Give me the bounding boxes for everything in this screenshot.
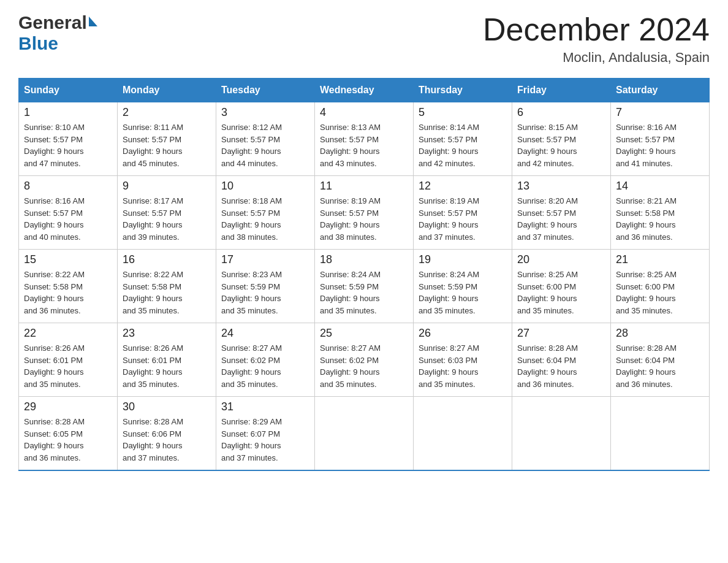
calendar-cell: 19Sunrise: 8:24 AM Sunset: 5:59 PM Dayli… [414,250,512,323]
calendar-cell [512,397,611,471]
day-number: 11 [320,180,408,193]
day-info: Sunrise: 8:11 AM Sunset: 5:57 PM Dayligh… [123,121,211,169]
day-number: 13 [517,180,605,193]
day-info: Sunrise: 8:28 AM Sunset: 6:04 PM Dayligh… [616,342,704,390]
day-number: 18 [320,253,408,266]
calendar-cell: 7Sunrise: 8:16 AM Sunset: 5:57 PM Daylig… [611,102,710,176]
logo-line2: Blue [18,33,58,54]
day-number: 4 [320,106,408,119]
day-info: Sunrise: 8:28 AM Sunset: 6:06 PM Dayligh… [123,416,211,464]
calendar-cell: 13Sunrise: 8:20 AM Sunset: 5:57 PM Dayli… [512,176,611,250]
calendar-cell: 31Sunrise: 8:29 AM Sunset: 6:07 PM Dayli… [216,397,315,471]
day-info: Sunrise: 8:17 AM Sunset: 5:57 PM Dayligh… [123,195,211,243]
day-info: Sunrise: 8:26 AM Sunset: 6:01 PM Dayligh… [123,342,211,390]
day-info: Sunrise: 8:28 AM Sunset: 6:04 PM Dayligh… [517,342,605,390]
calendar-cell [414,397,512,471]
day-info: Sunrise: 8:22 AM Sunset: 5:58 PM Dayligh… [24,269,112,316]
day-info: Sunrise: 8:13 AM Sunset: 5:57 PM Dayligh… [320,121,408,169]
calendar-cell: 25Sunrise: 8:27 AM Sunset: 6:02 PM Dayli… [315,323,414,397]
calendar-cell: 27Sunrise: 8:28 AM Sunset: 6:04 PM Dayli… [512,323,611,397]
header-friday: Friday [512,79,611,102]
header-sunday: Sunday [19,79,118,102]
day-number: 9 [123,180,211,193]
calendar-cell: 17Sunrise: 8:23 AM Sunset: 5:59 PM Dayli… [216,250,315,323]
calendar-week-row: 15Sunrise: 8:22 AM Sunset: 5:58 PM Dayli… [19,250,710,323]
day-info: Sunrise: 8:25 AM Sunset: 6:00 PM Dayligh… [517,269,605,316]
day-info: Sunrise: 8:16 AM Sunset: 5:57 PM Dayligh… [616,121,704,169]
logo-arrow-icon [89,17,97,26]
calendar-cell: 11Sunrise: 8:19 AM Sunset: 5:57 PM Dayli… [315,176,414,250]
day-number: 25 [320,327,408,340]
calendar-cell: 6Sunrise: 8:15 AM Sunset: 5:57 PM Daylig… [512,102,611,176]
day-number: 5 [419,106,507,119]
calendar-cell: 8Sunrise: 8:16 AM Sunset: 5:57 PM Daylig… [19,176,118,250]
calendar-cell: 20Sunrise: 8:25 AM Sunset: 6:00 PM Dayli… [512,250,611,323]
header-wednesday: Wednesday [315,79,414,102]
day-number: 27 [517,327,605,340]
day-info: Sunrise: 8:19 AM Sunset: 5:57 PM Dayligh… [419,195,507,243]
day-info: Sunrise: 8:18 AM Sunset: 5:57 PM Dayligh… [221,195,309,243]
calendar-cell: 22Sunrise: 8:26 AM Sunset: 6:01 PM Dayli… [19,323,118,397]
page-header: General Blue December 2024 Moclin, Andal… [18,12,710,66]
day-number: 28 [616,327,704,340]
calendar-cell: 23Sunrise: 8:26 AM Sunset: 6:01 PM Dayli… [118,323,216,397]
day-number: 31 [221,400,309,413]
day-number: 26 [419,327,507,340]
day-info: Sunrise: 8:27 AM Sunset: 6:02 PM Dayligh… [221,342,309,390]
day-number: 7 [616,106,704,119]
day-number: 14 [616,180,704,193]
calendar-table: Sunday Monday Tuesday Wednesday Thursday… [18,78,710,471]
calendar-cell: 24Sunrise: 8:27 AM Sunset: 6:02 PM Dayli… [216,323,315,397]
day-info: Sunrise: 8:19 AM Sunset: 5:57 PM Dayligh… [320,195,408,243]
calendar-week-row: 22Sunrise: 8:26 AM Sunset: 6:01 PM Dayli… [19,323,710,397]
header-thursday: Thursday [414,79,512,102]
day-info: Sunrise: 8:22 AM Sunset: 5:58 PM Dayligh… [123,269,211,316]
logo-line1: General [18,12,97,33]
calendar-cell: 1Sunrise: 8:10 AM Sunset: 5:57 PM Daylig… [19,102,118,176]
calendar-week-row: 1Sunrise: 8:10 AM Sunset: 5:57 PM Daylig… [19,102,710,176]
day-info: Sunrise: 8:20 AM Sunset: 5:57 PM Dayligh… [517,195,605,243]
day-info: Sunrise: 8:21 AM Sunset: 5:58 PM Dayligh… [616,195,704,243]
calendar-cell: 9Sunrise: 8:17 AM Sunset: 5:57 PM Daylig… [118,176,216,250]
calendar-cell: 3Sunrise: 8:12 AM Sunset: 5:57 PM Daylig… [216,102,315,176]
calendar-cell: 21Sunrise: 8:25 AM Sunset: 6:00 PM Dayli… [611,250,710,323]
main-title: December 2024 [483,12,710,47]
calendar-header-row: Sunday Monday Tuesday Wednesday Thursday… [19,79,710,102]
header-tuesday: Tuesday [216,79,315,102]
day-info: Sunrise: 8:26 AM Sunset: 6:01 PM Dayligh… [24,342,112,390]
day-number: 20 [517,253,605,266]
day-number: 10 [221,180,309,193]
day-number: 19 [419,253,507,266]
calendar-cell: 18Sunrise: 8:24 AM Sunset: 5:59 PM Dayli… [315,250,414,323]
day-number: 6 [517,106,605,119]
calendar-week-row: 8Sunrise: 8:16 AM Sunset: 5:57 PM Daylig… [19,176,710,250]
calendar-cell: 15Sunrise: 8:22 AM Sunset: 5:58 PM Dayli… [19,250,118,323]
day-number: 2 [123,106,211,119]
logo: General Blue [18,12,97,54]
day-number: 29 [24,400,112,413]
day-number: 15 [24,253,112,266]
calendar-cell: 5Sunrise: 8:14 AM Sunset: 5:57 PM Daylig… [414,102,512,176]
day-number: 24 [221,327,309,340]
day-number: 3 [221,106,309,119]
day-info: Sunrise: 8:14 AM Sunset: 5:57 PM Dayligh… [419,121,507,169]
calendar-cell: 12Sunrise: 8:19 AM Sunset: 5:57 PM Dayli… [414,176,512,250]
calendar-cell: 26Sunrise: 8:27 AM Sunset: 6:03 PM Dayli… [414,323,512,397]
day-number: 17 [221,253,309,266]
logo-general-text: General [18,12,87,33]
day-info: Sunrise: 8:27 AM Sunset: 6:02 PM Dayligh… [320,342,408,390]
calendar-cell: 30Sunrise: 8:28 AM Sunset: 6:06 PM Dayli… [118,397,216,471]
day-number: 30 [123,400,211,413]
day-info: Sunrise: 8:12 AM Sunset: 5:57 PM Dayligh… [221,121,309,169]
day-number: 23 [123,327,211,340]
day-info: Sunrise: 8:10 AM Sunset: 5:57 PM Dayligh… [24,121,112,169]
sub-title: Moclin, Andalusia, Spain [483,50,710,66]
day-info: Sunrise: 8:23 AM Sunset: 5:59 PM Dayligh… [221,269,309,316]
day-number: 21 [616,253,704,266]
day-number: 16 [123,253,211,266]
day-number: 1 [24,106,112,119]
calendar-cell: 16Sunrise: 8:22 AM Sunset: 5:58 PM Dayli… [118,250,216,323]
calendar-cell: 10Sunrise: 8:18 AM Sunset: 5:57 PM Dayli… [216,176,315,250]
header-monday: Monday [118,79,216,102]
day-number: 22 [24,327,112,340]
